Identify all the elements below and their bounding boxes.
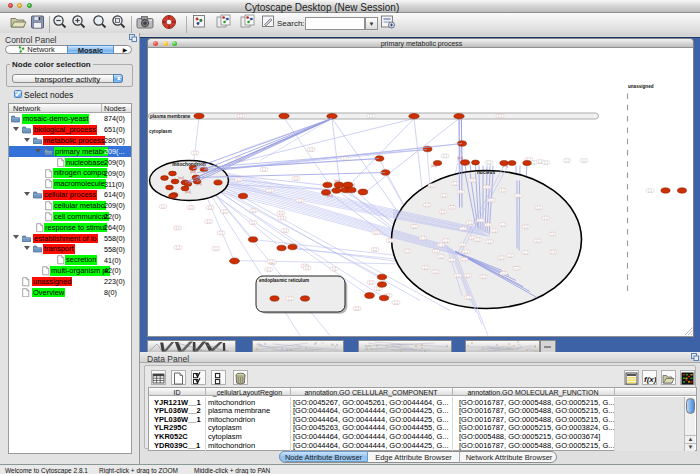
svg-text:[...]: [...] [565,158,569,162]
svg-text:[...]: [...] [269,259,273,263]
svg-text:[...]: [...] [501,222,505,226]
svg-text:[...]: [...] [550,232,554,236]
svg-text:[...]: [...] [442,193,446,197]
svg-text:[xxx]: [xxx] [457,155,463,159]
svg-text:[...]: [...] [498,114,502,118]
svg-text:[...]: [...] [425,203,429,207]
svg-text:[...]: [...] [434,269,438,273]
svg-text:[...]: [...] [538,159,542,163]
svg-text:[...]: [...] [500,255,504,259]
svg-text:[...]: [...] [490,198,494,202]
svg-text:[...]: [...] [251,220,255,224]
svg-text:[...]: [...] [239,114,243,118]
svg-text:[...]: [...] [294,176,298,180]
svg-text:[...]: [...] [479,218,483,222]
svg-text:[...]: [...] [466,273,470,277]
svg-text:[xxx]: [xxx] [178,175,184,179]
svg-text:[...]: [...] [450,205,454,209]
svg-text:[...]: [...] [421,236,425,240]
svg-text:[...]: [...] [501,188,505,192]
svg-text:[...]: [...] [459,189,463,193]
svg-text:[...]: [...] [193,151,197,155]
svg-text:[...]: [...] [551,250,555,254]
svg-text:[...]: [...] [394,300,398,304]
svg-text:[...]: [...] [460,242,464,246]
svg-text:[...]: [...] [434,249,438,253]
svg-text:[...]: [...] [537,205,541,209]
svg-text:[...]: [...] [369,114,373,118]
svg-text:[...]: [...] [441,210,445,214]
svg-text:[...]: [...] [470,178,474,182]
svg-text:[...]: [...] [374,230,378,234]
svg-text:[...]: [...] [464,249,468,253]
svg-text:[...]: [...] [283,228,287,232]
svg-text:[...]: [...] [373,247,377,251]
svg-text:[...]: [...] [444,238,448,242]
svg-text:[...]: [...] [450,258,454,262]
svg-text:[...]: [...] [492,228,496,232]
svg-text:[...]: [...] [536,238,540,242]
svg-text:[...]: [...] [476,237,480,241]
svg-text:mitochondrion: mitochondrion [172,162,206,167]
svg-text:[...]: [...] [189,205,193,209]
svg-text:[...]: [...] [288,296,292,300]
svg-text:[...]: [...] [176,245,180,249]
svg-text:[...]: [...] [531,160,535,164]
svg-text:[...]: [...] [487,160,491,164]
svg-text:[...]: [...] [466,295,470,299]
svg-text:[...]: [...] [413,224,417,228]
svg-text:[...]: [...] [582,158,586,162]
svg-text:[...]: [...] [223,209,227,213]
svg-text:endoplasmic reticulum: endoplasmic reticulum [259,278,309,283]
svg-text:[...]: [...] [482,274,486,278]
svg-text:[...]: [...] [516,193,520,197]
svg-text:plasma membrane: plasma membrane [150,114,191,119]
svg-text:[...]: [...] [488,239,492,243]
svg-text:[...]: [...] [443,154,447,158]
svg-text:cytoplasm: cytoplasm [149,128,172,133]
svg-text:[...]: [...] [214,246,218,250]
svg-text:[...]: [...] [252,208,256,212]
svg-text:[...]: [...] [305,266,309,270]
svg-text:[...]: [...] [502,271,506,275]
svg-text:[...]: [...] [208,205,212,209]
svg-text:[...]: [...] [462,257,466,261]
svg-text:[...]: [...] [237,177,241,181]
svg-text:[...]: [...] [508,253,512,257]
svg-text:[...]: [...] [486,222,490,226]
svg-text:[...]: [...] [267,267,271,271]
svg-text:[...]: [...] [207,219,211,223]
svg-text:[...]: [...] [343,156,347,160]
svg-text:[...]: [...] [369,280,373,284]
svg-text:[...]: [...] [298,198,302,202]
svg-text:[...]: [...] [388,238,392,242]
svg-text:[...]: [...] [268,188,272,192]
svg-text:[...]: [...] [544,160,548,164]
svg-text:[...]: [...] [544,216,548,220]
svg-text:[...]: [...] [406,249,410,253]
svg-text:[...]: [...] [524,224,528,228]
svg-text:[...]: [...] [456,273,460,277]
svg-text:unassigned: unassigned [628,83,654,88]
svg-text:f(x): f(x) [644,375,656,384]
svg-text:[...]: [...] [515,266,519,270]
svg-text:[...]: [...] [262,167,266,171]
svg-text:[...]: [...] [219,231,223,235]
svg-text:[...]: [...] [439,254,443,258]
svg-text:[...]: [...] [648,188,652,192]
svg-text:[...]: [...] [524,250,528,254]
svg-text:[...]: [...] [161,204,165,208]
svg-text:[...]: [...] [279,211,283,215]
svg-text:[...]: [...] [280,216,284,220]
svg-text:[...]: [...] [332,267,336,271]
svg-text:[...]: [...] [468,220,472,224]
svg-text:[...]: [...] [309,147,313,151]
svg-text:[...]: [...] [485,185,489,189]
svg-text:[...]: [...] [453,181,457,185]
svg-text:[...]: [...] [439,243,443,247]
svg-text:[...]: [...] [461,226,465,230]
svg-text:[...]: [...] [176,226,180,230]
svg-text:[...]: [...] [430,183,434,187]
svg-text:[...]: [...] [355,306,359,310]
svg-text:[...]: [...] [424,265,428,269]
